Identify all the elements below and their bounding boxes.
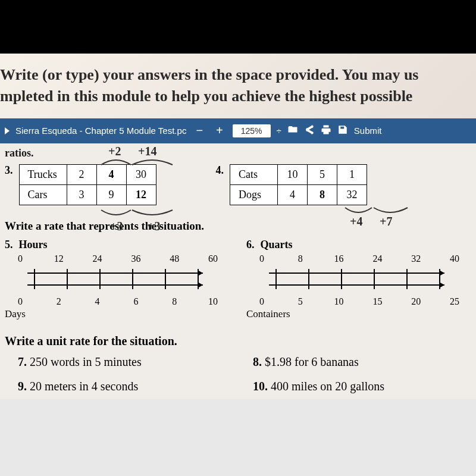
cell: 2 [67, 164, 96, 184]
cell: 10 [278, 164, 308, 184]
tick: 5 [287, 296, 314, 307]
problem-4: 4. Cats 10 5 1 Dogs 4 8 32 [216, 164, 368, 205]
problem-8-text: $1.98 for 6 bananas [265, 355, 359, 368]
cell-handwritten[interactable]: 8 [308, 184, 337, 205]
cell: 32 [337, 184, 367, 205]
tick: 48 [161, 253, 187, 264]
hand-plus-14: +14 [138, 145, 156, 158]
tick: 16 [326, 253, 352, 264]
cell: 30 [126, 164, 156, 184]
problem-6-number: 6. [246, 239, 255, 251]
tick: 0 [249, 253, 275, 264]
cell-cats-label: Cats [230, 164, 278, 184]
problem-3: 3. Trucks 2 4 30 Cars 3 9 12 [5, 164, 156, 205]
hand-plus-4: +4 [350, 215, 362, 228]
problem-9-text: 20 meters in 4 seconds [30, 380, 138, 393]
arc-bot-4 [333, 206, 422, 218]
svg-marker-3 [199, 283, 203, 287]
zoom-level[interactable]: 125% [233, 124, 271, 137]
problem-10-text: 400 miles on 20 gallons [271, 380, 384, 393]
problem-6-bot-ticks: 0 5 10 15 20 25 [246, 296, 470, 307]
tick: 8 [287, 253, 314, 264]
svg-marker-1 [199, 271, 203, 275]
tick: 4 [84, 296, 111, 307]
cell-handwritten[interactable]: 12 [126, 184, 156, 205]
worksheet-area: ratios. +2 +14 3. Trucks 2 4 30 Cars 3 9… [0, 143, 476, 399]
submit-button[interactable]: Submit [354, 126, 382, 136]
play-icon[interactable] [5, 127, 10, 134]
tick: 24 [84, 253, 111, 264]
document-filename: Sierra Esqueda - Chapter 5 Module Test.p… [15, 126, 186, 136]
print-icon[interactable] [321, 124, 331, 137]
table-row: Cars 3 9 12 [19, 184, 156, 205]
instruction-line-1: Write (or type) your answers in the spac… [0, 64, 476, 86]
problem-6-bot-label: Containers [246, 308, 470, 320]
tick: 32 [403, 253, 429, 264]
problem-10-number: 10. [253, 380, 268, 393]
problem-5-top-label: Hours [19, 239, 48, 251]
cell: 5 [308, 164, 337, 184]
ratios-label: ratios. [5, 147, 470, 159]
problem-6-top-label: Quarts [261, 239, 293, 251]
rate-heading: Write a rate that represents the situati… [5, 220, 470, 233]
problem-4-table: Cats 10 5 1 Dogs 4 8 32 [230, 164, 367, 205]
cell: 1 [337, 164, 367, 184]
problem-5-top-ticks: 0 12 24 36 48 60 [5, 253, 228, 264]
hand-plus-3a: +3 [110, 220, 123, 233]
folder-icon[interactable] [287, 124, 298, 137]
tick: 10 [200, 296, 226, 307]
problem-6-top-ticks: 0 8 16 24 32 40 [246, 253, 470, 264]
tick: 12 [46, 253, 72, 264]
share-icon[interactable] [304, 124, 315, 137]
document-toolbar: Sierra Esqueda - Chapter 5 Module Test.p… [0, 118, 476, 143]
hand-plus-2: +2 [108, 145, 121, 158]
table-row: Cats 10 5 1 [230, 164, 367, 184]
cell-handwritten[interactable]: 4 [96, 164, 126, 184]
cell: 9 [96, 184, 126, 205]
problem-7-number: 7. [18, 355, 27, 368]
problem-7-text: 250 words in 5 minutes [30, 355, 142, 368]
problem-5-bot-label: Days [5, 308, 228, 320]
zoom-in-button[interactable]: + [212, 124, 227, 137]
cell-trucks-label: Trucks [19, 164, 67, 184]
problem-6: 6. Quarts 0 8 16 24 32 40 [246, 239, 470, 320]
tick: 20 [403, 296, 429, 307]
tick: 40 [441, 253, 468, 264]
cell-dogs-label: Dogs [230, 184, 278, 205]
tick: 15 [364, 296, 390, 307]
tick: 0 [7, 253, 33, 264]
cell-cars-label: Cars [19, 184, 67, 205]
hand-plus-7: +7 [380, 215, 392, 228]
cell: 3 [67, 184, 96, 205]
problem-10: 10. 400 miles on 20 gallons [253, 380, 470, 393]
problem-5-axis [5, 264, 228, 294]
problem-9-number: 9. [18, 380, 27, 393]
top-black-bar [0, 0, 476, 54]
svg-marker-11 [440, 271, 444, 275]
save-icon[interactable] [337, 124, 348, 137]
hand-plus-3b: +3 [148, 220, 160, 233]
instruction-line-2: mpleted in this module to help you achie… [0, 86, 476, 107]
svg-marker-13 [440, 283, 444, 287]
arc-bot-3 [89, 209, 190, 221]
problem-5: 5. Hours 0 12 24 36 48 60 [5, 239, 228, 320]
tick: 0 [249, 296, 275, 307]
tick: 36 [123, 253, 149, 264]
problem-5-number: 5. [5, 239, 13, 251]
problem-7: 7. 250 words in 5 minutes [18, 355, 235, 369]
problem-3-table: Trucks 2 4 30 Cars 3 9 12 [19, 164, 156, 205]
problem-8: 8. $1.98 for 6 bananas [253, 355, 470, 369]
tick: 10 [326, 296, 352, 307]
tick: 8 [161, 296, 187, 307]
divider-icon: ÷ [277, 126, 281, 136]
table-row: Dogs 4 8 32 [230, 184, 367, 205]
tick: 60 [200, 253, 226, 264]
problem-5-bot-ticks: 0 2 4 6 8 10 [5, 296, 228, 307]
problem-6-axis [246, 264, 470, 294]
zoom-out-button[interactable]: − [192, 124, 206, 137]
problem-9: 9. 20 meters in 4 seconds [18, 380, 235, 393]
problem-8-number: 8. [253, 355, 262, 368]
table-row: Trucks 2 4 30 [19, 164, 156, 184]
tick: 2 [46, 296, 72, 307]
instructions-block: Write (or type) your answers in the spac… [0, 54, 476, 118]
